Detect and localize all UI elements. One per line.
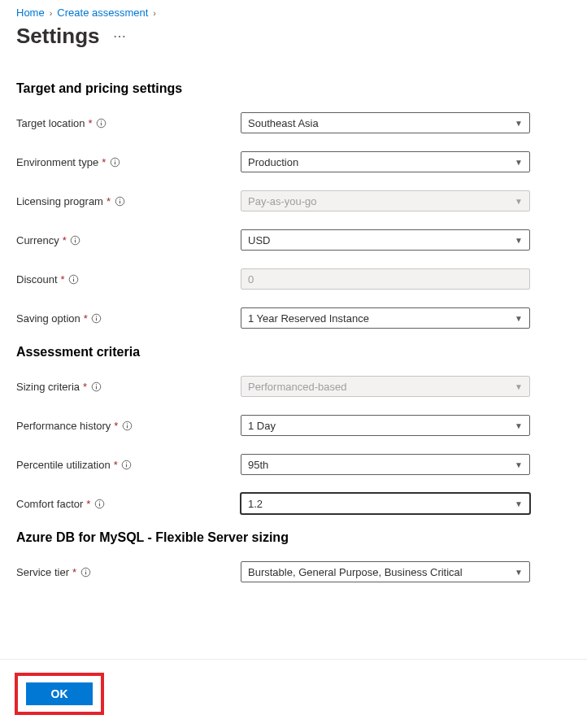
breadcrumb: Home › Create assessment › [16,7,571,19]
performance-history-select[interactable]: 1 Day ▼ [241,415,530,436]
breadcrumb-home[interactable]: Home [16,7,45,19]
info-icon[interactable] [96,117,107,129]
licensing-program-label: Licensing program [16,195,103,207]
svg-point-14 [73,277,74,277]
section-azure-db-sizing-heading: Azure DB for MySQL - Flexible Server siz… [16,530,571,545]
licensing-program-select: Pay-as-you-go ▼ [241,190,530,211]
info-icon[interactable] [91,312,102,324]
sizing-criteria-select: Performanced-based ▼ [241,376,530,397]
required-indicator: * [102,156,106,168]
chevron-right-icon: › [50,8,53,18]
ok-button[interactable]: OK [26,682,93,705]
comfort-factor-value: 1.2 [248,498,263,510]
chevron-down-icon: ▼ [515,460,523,469]
highlight-annotation: OK [15,673,104,715]
saving-option-select[interactable]: 1 Year Reserved Instance ▼ [241,307,530,329]
svg-point-5 [115,159,115,160]
performance-history-value: 1 Day [248,420,276,432]
environment-type-label: Environment type [16,156,98,168]
info-icon[interactable] [70,234,81,246]
info-icon[interactable] [93,498,105,509]
licensing-program-value: Pay-as-you-go [248,195,317,207]
svg-point-26 [126,462,127,463]
svg-point-17 [96,316,97,316]
percentile-utilization-label: Percentile utilization [16,459,111,471]
required-indicator: * [72,566,76,578]
chevron-down-icon: ▼ [515,119,523,128]
chevron-down-icon: ▼ [515,421,523,430]
svg-point-32 [85,569,86,570]
required-indicator: * [89,117,93,129]
service-tier-select[interactable]: Burstable, General Purpose, Business Cri… [241,561,530,582]
saving-option-label: Saving option [16,312,80,325]
footer-bar: OK [0,659,587,728]
chevron-right-icon: › [153,8,156,18]
info-icon[interactable] [68,273,80,285]
svg-point-20 [96,384,97,385]
chevron-down-icon: ▼ [515,197,523,206]
service-tier-label: Service tier [16,566,69,578]
required-indicator: * [114,420,118,432]
saving-option-value: 1 Year Reserved Instance [248,312,369,325]
svg-point-8 [119,198,120,199]
chevron-down-icon: ▼ [515,499,523,508]
chevron-down-icon: ▼ [515,236,523,245]
svg-point-29 [99,501,100,502]
required-indicator: * [84,312,88,325]
svg-point-11 [75,238,76,238]
info-icon[interactable] [80,566,91,578]
required-indicator: * [107,195,111,207]
comfort-factor-label: Comfort factor [16,498,83,510]
environment-type-value: Production [248,156,298,168]
discount-input [241,268,530,290]
percentile-utilization-select[interactable]: 95th ▼ [241,454,530,475]
more-actions-icon[interactable]: ⋯ [113,28,128,44]
chevron-down-icon: ▼ [515,158,523,167]
svg-point-23 [127,423,128,424]
discount-label: Discount [16,273,58,286]
info-icon[interactable] [90,381,102,392]
required-indicator: * [83,381,87,393]
info-icon[interactable] [121,459,133,470]
environment-type-select[interactable]: Production ▼ [241,151,530,172]
target-location-label: Target location [16,117,85,129]
required-indicator: * [63,234,67,246]
section-assessment-criteria-heading: Assessment criteria [16,345,571,360]
svg-point-2 [101,120,102,121]
sizing-criteria-label: Sizing criteria [16,381,80,393]
required-indicator: * [114,459,118,471]
currency-value: USD [248,234,270,246]
breadcrumb-create-assessment[interactable]: Create assessment [57,7,148,19]
page-title: Settings [16,24,100,49]
currency-label: Currency [16,234,59,246]
percentile-utilization-value: 95th [248,459,268,471]
section-target-pricing-heading: Target and pricing settings [16,81,571,96]
required-indicator: * [86,498,90,510]
info-icon[interactable] [109,156,120,168]
required-indicator: * [61,273,65,286]
comfort-factor-select[interactable]: 1.2 ▼ [241,493,530,514]
info-icon[interactable] [121,420,133,431]
chevron-down-icon: ▼ [515,568,523,577]
service-tier-value: Burstable, General Purpose, Business Cri… [248,566,463,578]
currency-select[interactable]: USD ▼ [241,229,530,251]
performance-history-label: Performance history [16,420,111,432]
target-location-select[interactable]: Southeast Asia ▼ [241,112,530,133]
sizing-criteria-value: Performanced-based [248,381,346,393]
target-location-value: Southeast Asia [248,117,319,129]
chevron-down-icon: ▼ [515,382,523,391]
chevron-down-icon: ▼ [515,314,523,323]
info-icon[interactable] [114,195,125,207]
